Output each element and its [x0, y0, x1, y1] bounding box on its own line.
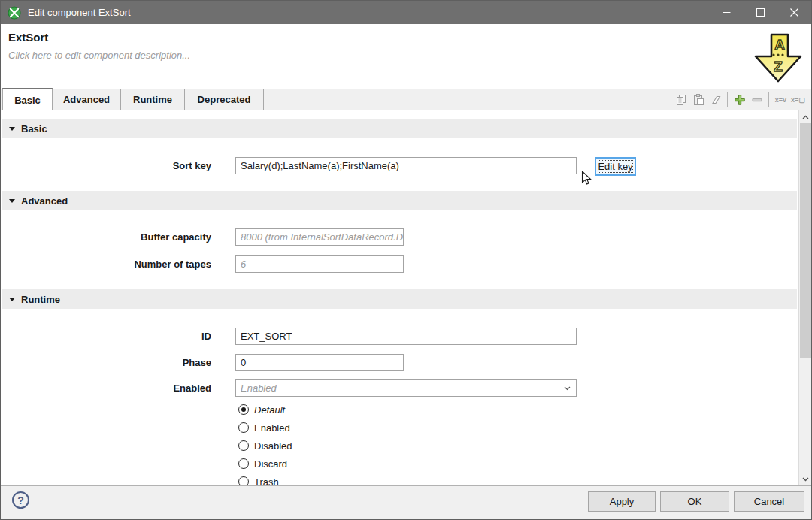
collapse-triangle-icon: [9, 199, 15, 203]
radio-unselected-icon: [238, 422, 249, 433]
radio-discard[interactable]: Discard: [238, 458, 287, 470]
tab-advanced[interactable]: Advanced: [53, 89, 121, 110]
property-toolbar: x=v x=▢: [672, 90, 807, 109]
section-header-basic[interactable]: Basic: [2, 119, 797, 138]
tab-basic[interactable]: Basic: [2, 88, 53, 110]
edit-component-dialog: Edit component ExtSort ExtSort Click her…: [0, 0, 812, 520]
close-icon: [790, 8, 798, 17]
help-icon[interactable]: ?: [12, 491, 29, 509]
edit-key-button[interactable]: Edit key: [595, 157, 636, 176]
phase-label: Phase: [1, 354, 211, 371]
collapse-triangle-icon: [9, 127, 15, 131]
title-bar: Edit component ExtSort: [1, 1, 811, 24]
buffer-capacity-label: Buffer capacity: [1, 228, 211, 246]
caption-buttons: [710, 1, 811, 24]
window-title: Edit component ExtSort: [28, 7, 131, 18]
phase-input[interactable]: 0: [235, 354, 404, 371]
minimize-button[interactable]: [710, 1, 744, 24]
add-icon[interactable]: [731, 92, 748, 108]
enabled-combobox[interactable]: Enabled: [235, 379, 577, 397]
mouse-cursor: [581, 171, 592, 186]
scroll-up-button[interactable]: [799, 110, 811, 123]
form-scroll-area: Basic Sort key Salary(d);LastName(a);Fir…: [1, 110, 811, 485]
radio-trash[interactable]: Trash: [238, 476, 279, 485]
apply-button[interactable]: Apply: [588, 491, 656, 512]
remove-icon[interactable]: [748, 92, 765, 108]
toolbar-separator: [727, 92, 728, 107]
component-name: ExtSort: [8, 31, 48, 44]
maximize-button[interactable]: [744, 1, 777, 24]
cancel-button[interactable]: Cancel: [734, 491, 804, 512]
number-of-tapes-input[interactable]: 6: [235, 255, 404, 273]
id-label: ID: [1, 328, 211, 345]
radio-unselected-icon: [238, 440, 249, 451]
close-button[interactable]: [777, 1, 811, 24]
radio-enabled[interactable]: Enabled: [238, 422, 290, 434]
svg-text:A: A: [774, 37, 785, 53]
vertical-scrollbar[interactable]: [798, 110, 811, 485]
dialog-footer: ? Apply OK Cancel: [1, 485, 811, 519]
radio-default[interactable]: Default: [238, 404, 285, 416]
radio-unselected-icon: [238, 476, 249, 485]
ok-button[interactable]: OK: [660, 491, 729, 512]
toolbar-separator: [768, 92, 769, 107]
chevron-down-icon: [564, 386, 571, 391]
clover-icon: [8, 6, 21, 20]
enabled-label: Enabled: [1, 379, 211, 397]
collapse-triangle-icon: [9, 298, 15, 301]
radio-selected-icon: [238, 404, 249, 415]
svg-text:Z: Z: [774, 59, 783, 74]
radio-unselected-icon: [238, 458, 249, 469]
chevron-down-icon: [802, 477, 809, 482]
az-sort-arrow-icon: A Z: [753, 33, 804, 84]
sort-key-label: Sort key: [1, 157, 211, 174]
number-of-tapes-label: Number of tapes: [1, 255, 211, 273]
maximize-icon: [756, 8, 765, 17]
tab-deprecated[interactable]: Deprecated: [185, 89, 264, 110]
scrollbar-thumb[interactable]: [800, 123, 811, 358]
section-header-runtime[interactable]: Runtime: [2, 289, 797, 309]
buffer-capacity-input[interactable]: 8000 (from InternalSortDataRecord.DEFAUL: [235, 228, 404, 246]
component-description-placeholder[interactable]: Click here to edit component description…: [8, 50, 190, 61]
windowed-value-icon[interactable]: x=▢: [789, 92, 807, 108]
minimize-icon: [723, 8, 731, 17]
id-input[interactable]: EXT_SORT: [235, 328, 577, 345]
scroll-down-button[interactable]: [799, 473, 811, 485]
paste-icon[interactable]: [689, 92, 707, 108]
copy-icon[interactable]: [672, 92, 689, 108]
dialog-header: ExtSort Click here to edit component des…: [1, 24, 811, 89]
eraser-icon[interactable]: [707, 92, 724, 108]
simple-value-icon[interactable]: x=v: [772, 92, 789, 108]
radio-disabled[interactable]: Disabled: [238, 440, 292, 452]
section-header-advanced[interactable]: Advanced: [2, 191, 797, 210]
tab-runtime[interactable]: Runtime: [121, 89, 185, 110]
sort-key-input[interactable]: Salary(d);LastName(a);FirstName(a): [235, 157, 577, 174]
chevron-up-icon: [802, 115, 809, 119]
tab-strip: Basic Advanced Runtime Deprecated: [1, 89, 811, 110]
